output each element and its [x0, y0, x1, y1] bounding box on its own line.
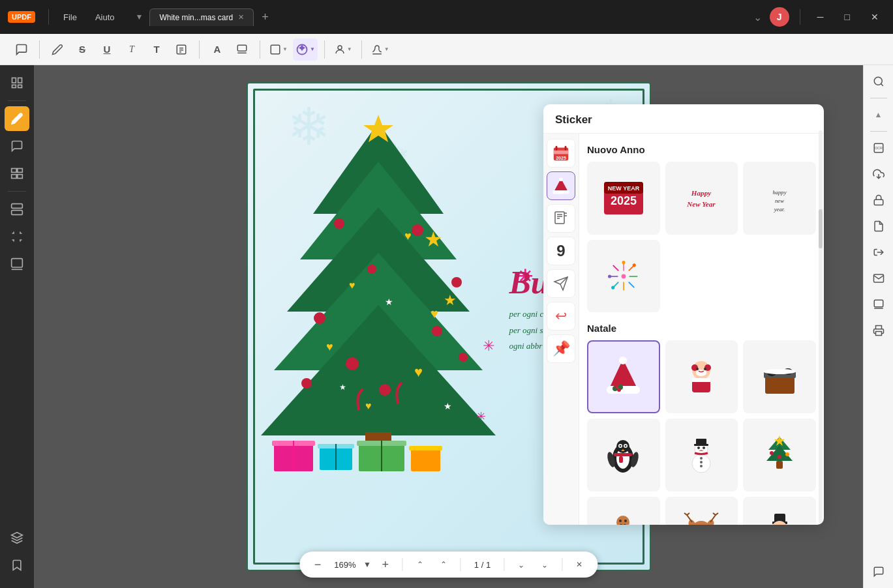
tab-add-btn[interactable]: + [256, 10, 274, 24]
minimize-btn[interactable]: ─ [811, 9, 830, 25]
sidebar-annotate[interactable] [5, 106, 29, 131]
sidebar-organize[interactable] [5, 197, 29, 222]
sidebar-stamp[interactable] [5, 252, 29, 276]
sidebar-read[interactable] [5, 70, 29, 95]
svg-rect-12 [12, 85, 16, 87]
sticker-sidebar-santa-hat[interactable] [547, 171, 575, 200]
close-bar-btn[interactable]: ✕ [570, 555, 588, 574]
sidebar-bookmark[interactable] [5, 553, 29, 578]
svg-point-35 [432, 326, 442, 336]
user-avatar[interactable]: J [770, 7, 789, 27]
sticker-newyear-3[interactable]: happy new year. [743, 162, 816, 235]
svg-text:♥: ♥ [365, 400, 372, 411]
svg-rect-4 [237, 45, 247, 51]
right-ocr[interactable]: OCR [868, 137, 890, 159]
svg-point-146 [778, 455, 781, 459]
zoom-dropdown[interactable]: ▼ [363, 560, 371, 569]
tab-main[interactable]: White min...mas card ✕ [149, 8, 254, 26]
sticker-sidebar-newyear[interactable]: 2025 [547, 139, 575, 168]
sticker-gingerbread[interactable] [587, 497, 660, 525]
svg-line-185 [881, 83, 883, 85]
svg-point-104 [617, 388, 621, 392]
prev-page-btn[interactable]: ⌃ [434, 555, 453, 574]
zoom-in-btn[interactable]: + [376, 555, 395, 574]
right-print[interactable] [868, 319, 890, 342]
zoom-out-btn[interactable]: − [309, 555, 327, 574]
tab-close-btn[interactable]: ✕ [238, 13, 244, 22]
tool-textbox[interactable] [170, 38, 192, 61]
sticker-sidebar-number[interactable]: 9 [547, 237, 575, 265]
zoom-value: 169% [332, 560, 358, 570]
sidebar-comment[interactable] [5, 134, 29, 158]
sidebar-sep-2 [8, 191, 26, 192]
tab-dropdown-btn[interactable]: ▼ [132, 12, 147, 22]
sticker-chimney[interactable] [743, 340, 816, 413]
sticker-reindeer[interactable] [665, 497, 738, 525]
svg-point-153 [619, 520, 622, 522]
first-page-btn[interactable]: ⌃ [411, 555, 429, 574]
right-lock[interactable] [868, 189, 890, 211]
sticker-newyear-1[interactable]: NEW YEAR 2025 [587, 162, 660, 235]
sidebar-pages[interactable] [5, 161, 29, 186]
tool-pencil[interactable] [46, 38, 68, 61]
sticker-sidebar-pin[interactable]: 📌 [547, 334, 575, 363]
right-save[interactable] [868, 163, 890, 185]
sticker-newyear-2[interactable]: Happy New Year [665, 162, 738, 235]
tool-stamp[interactable] [231, 38, 253, 61]
content-area: ❄ ❄ ❄ ❄ [34, 65, 863, 588]
menu-aiuto[interactable]: Aiuto [89, 10, 121, 25]
sticker-nutcracker[interactable] [743, 497, 816, 525]
maximize-btn[interactable]: □ [838, 9, 856, 25]
svg-text:♥: ♥ [414, 364, 423, 380]
tool-highlight[interactable]: A [206, 38, 228, 61]
tab-list-btn[interactable]: ⌄ [753, 11, 762, 23]
tool-comment[interactable] [10, 38, 33, 61]
sticker-sidebar-plane[interactable] [547, 269, 575, 298]
sticker-xmas-tree[interactable] [743, 419, 816, 492]
right-scanner[interactable] [868, 293, 890, 316]
svg-point-85 [621, 274, 626, 278]
tool-text[interactable]: T [145, 38, 168, 61]
tool-signature[interactable]: ▼ [369, 38, 392, 61]
sticker-sidebar-arrow[interactable]: ↩ [547, 302, 575, 331]
next-page-btn[interactable]: ⌃ [512, 555, 530, 574]
scrollbar-thumb[interactable] [819, 209, 823, 248]
svg-rect-14 [12, 169, 17, 173]
section-new-year-title: Nuovo Anno [587, 144, 816, 155]
sticker-penguin[interactable] [587, 419, 660, 492]
menu-file[interactable]: File [57, 10, 83, 25]
bar-sep-3 [504, 558, 504, 571]
svg-point-33 [451, 277, 462, 287]
sticker-santa-hat[interactable] [587, 340, 660, 413]
right-search[interactable] [868, 70, 890, 93]
right-scroll-up[interactable]: ▲ [868, 104, 890, 126]
sticker-arrow: ▼ [310, 46, 315, 52]
tool-shape[interactable]: ▼ [267, 38, 290, 61]
svg-point-112 [704, 368, 706, 370]
sidebar-crop[interactable] [5, 224, 29, 249]
sidebar-layers[interactable] [5, 525, 29, 550]
tool-sticker[interactable]: ▼ [293, 38, 318, 61]
sticker-santa-claus[interactable] [665, 340, 738, 413]
svg-point-96 [633, 263, 636, 267]
right-mail[interactable] [868, 267, 890, 289]
right-comment-sidebar[interactable] [868, 561, 890, 583]
close-btn[interactable]: ✕ [864, 9, 885, 25]
svg-rect-59 [409, 446, 442, 450]
svg-rect-13 [18, 85, 22, 87]
tool-strikethrough[interactable]: S [71, 38, 93, 61]
right-share[interactable] [868, 241, 890, 263]
toolbar: S U T T A ▼ ▼ ▼ ▼ [0, 34, 893, 65]
right-pages[interactable] [868, 215, 890, 237]
tool-text-t[interactable]: T [121, 38, 143, 61]
svg-point-145 [785, 452, 789, 456]
sticker-sidebar-notepad[interactable] [547, 204, 575, 233]
sticker-snowman[interactable] [665, 419, 738, 492]
tool-underline[interactable]: U [96, 38, 118, 61]
sticker-newyear-4[interactable] [587, 240, 660, 313]
last-page-btn[interactable]: ⌃ [536, 555, 554, 574]
sep-1 [39, 40, 40, 59]
tool-person[interactable]: ▼ [331, 38, 355, 61]
svg-rect-10 [12, 78, 16, 83]
svg-point-37 [459, 353, 468, 362]
